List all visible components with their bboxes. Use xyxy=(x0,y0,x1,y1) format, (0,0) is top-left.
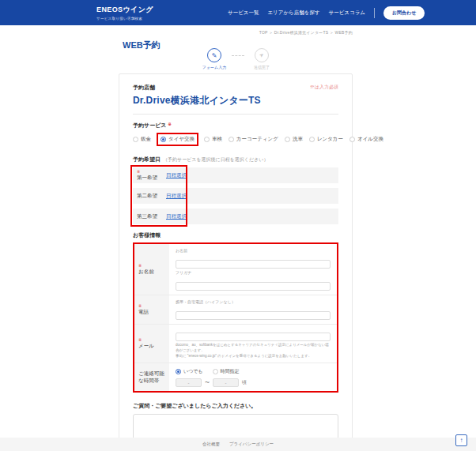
service-section-label: 予約サービス※ xyxy=(133,122,338,130)
name-fields: お名前 フリガナ xyxy=(169,244,337,295)
dates-section-label: 予約希望日（予約サービスを選択後に日程を選択ください） xyxy=(133,156,338,163)
radio-icon xyxy=(204,137,210,142)
contact-button[interactable]: お問合わせ xyxy=(383,6,425,20)
date-rows: ※第一希望 日程選択 第二希望 日程選択 第三希望 日程選択 xyxy=(133,167,338,224)
time-from-select[interactable]: - xyxy=(176,378,202,387)
required-mark: ※ xyxy=(138,338,165,342)
step-connector xyxy=(232,55,244,70)
mail-note-line2: 事前に "eneos-wing.co.jp" のドメインを受信できるように設定を… xyxy=(176,354,331,359)
row-label-phone: ※電話 xyxy=(134,295,169,324)
dates-note: （予約サービスを選択後に日程を選択ください） xyxy=(163,157,268,162)
radio-icon xyxy=(229,137,234,142)
name-input[interactable] xyxy=(176,260,331,269)
header: ENEOSウイング サービス取り扱い店舗検索 サービス一覧 エリアから店舗を探す… xyxy=(0,0,476,25)
divider xyxy=(133,114,338,115)
service-option-car-wash[interactable]: 洗車 xyxy=(285,136,303,143)
service-radio-group: 鈑金 タイヤ交換 車検 カーコーティング 洗車 レンタカー オイル交換 xyxy=(133,134,338,145)
store-label: 予約店舗 xyxy=(133,84,155,92)
reservation-form-card: 予約店舗 ※は入力必須 Dr.Drive横浜港北インターTS 予約サービス※ 鈑… xyxy=(119,73,353,451)
customer-section-label: お客様情報 xyxy=(133,231,338,239)
date-row-third-choice: 第三希望 日程選択 xyxy=(133,209,338,224)
customer-row-contact-time: ご連絡可能な時間帯 いつでも 時間指定 - 〜 - 頃 xyxy=(134,363,337,391)
step-form-input: ✎ フォーム入力 xyxy=(197,48,232,70)
service-option-shaken[interactable]: 車検 xyxy=(204,136,222,143)
time-range-separator: 〜 xyxy=(205,379,210,386)
date-row-label: ※第一希望 xyxy=(137,170,162,182)
customer-row-phone: ※電話 携帯・自宅電話（ハイフンなし） xyxy=(134,295,337,325)
service-option-oil-change[interactable]: オイル交換 xyxy=(349,136,383,143)
name-field-label: お名前 xyxy=(176,248,331,253)
breadcrumb[interactable]: TOP ＞ Dr.Drive横浜港北インターTS ＞ WEB予約 xyxy=(119,30,353,35)
service-option-rental-car[interactable]: レンタカー xyxy=(309,136,343,143)
date-select-link[interactable]: 日程選択 xyxy=(166,193,187,200)
contact-time-fields: いつでも 時間指定 - 〜 - 頃 xyxy=(169,363,337,391)
logo[interactable]: ENEOSウイング サービス取り扱い店舗検索 xyxy=(96,5,153,21)
time-to-select[interactable]: - xyxy=(213,378,239,387)
time-range: - 〜 - 頃 xyxy=(176,378,331,387)
row-label-contact-time: ご連絡可能な時間帯 xyxy=(134,363,169,391)
up-arrow-icon: ↑ xyxy=(460,437,463,444)
date-select-link[interactable]: 日程選択 xyxy=(166,172,187,179)
required-mark: ※ xyxy=(168,122,172,126)
radio-checked-icon xyxy=(176,369,181,374)
contact-time-radio-group: いつでも 時間指定 xyxy=(176,368,331,375)
send-icon: ➤ xyxy=(255,48,269,62)
time-option-anytime-selected[interactable]: いつでも xyxy=(176,368,203,375)
phone-input[interactable] xyxy=(176,311,331,320)
nav-divider xyxy=(374,8,375,18)
radio-icon xyxy=(213,369,218,374)
annotation-box-customer-table: ※お名前 お名前 フリガナ ※電話 携帯・自宅電話（ハイフンなし） ※メール d… xyxy=(133,242,338,393)
pencil-icon: ✎ xyxy=(207,48,221,62)
radio-icon xyxy=(349,137,355,142)
radio-icon xyxy=(309,137,315,142)
logo-subtitle: サービス取り扱い店舗検索 xyxy=(96,17,153,21)
customer-row-name: ※お名前 お名前 フリガナ xyxy=(134,244,337,295)
card-head: 予約店舗 ※は入力必須 xyxy=(133,84,338,92)
phone-fields: 携帯・自宅電話（ハイフンなし） xyxy=(169,295,337,324)
service-option-coating[interactable]: カーコーティング xyxy=(229,136,278,143)
row-label-mail: ※メール xyxy=(134,325,169,363)
required-note: ※は入力必須 xyxy=(310,84,338,91)
radio-icon xyxy=(133,137,138,142)
question-section-label: ご質問・ご要望ございましたらご入力ください。 xyxy=(133,402,338,410)
furigana-field-label: フリガナ xyxy=(176,270,331,275)
store-name: Dr.Drive横浜港北インターTS xyxy=(133,94,338,107)
service-option-banking[interactable]: 鈑金 xyxy=(133,136,151,143)
date-select-link[interactable]: 日程選択 xyxy=(166,213,187,220)
nav-item-service-column[interactable]: サービスコラム xyxy=(329,9,365,17)
date-row-label: 第二希望 xyxy=(137,193,162,200)
row-label-name: ※お名前 xyxy=(134,244,169,295)
date-row-label: 第三希望 xyxy=(137,213,162,220)
back-to-top-button[interactable]: ↑ xyxy=(455,434,467,446)
customer-row-mail: ※メール docomo、au、softbankをはじめとするキャリアのセキュリテ… xyxy=(134,325,337,363)
nav-item-area-search[interactable]: エリアから店舗を探す xyxy=(267,9,319,17)
time-option-specify[interactable]: 時間指定 xyxy=(213,368,240,375)
footer-link-company[interactable]: 会社概要 xyxy=(202,442,220,447)
radio-icon xyxy=(285,137,290,142)
required-mark: ※ xyxy=(138,304,165,308)
mail-input[interactable] xyxy=(176,333,331,341)
step-label: フォーム入力 xyxy=(202,65,226,70)
radio-checked-icon xyxy=(161,137,166,142)
footer-link-privacy[interactable]: プライバシーポリシー xyxy=(229,442,274,447)
date-row-second-choice: 第二希望 日程選択 xyxy=(133,188,338,204)
required-mark: ※ xyxy=(137,170,162,174)
step-send-complete: ➤ 送信完了 xyxy=(244,48,279,70)
footer: 会社概要 プライバシーポリシー xyxy=(0,438,476,451)
required-mark: ※ xyxy=(138,264,165,268)
furigana-input[interactable] xyxy=(176,282,331,291)
logo-title: ENEOSウイング xyxy=(96,5,153,15)
mail-fields: docomo、au、softbankをはじめとするキャリアのセキュリティ設定によ… xyxy=(169,325,337,363)
header-nav: サービス一覧 エリアから店舗を探す サービスコラム お問合わせ xyxy=(228,0,425,25)
time-suffix: 頃 xyxy=(242,379,247,386)
step-label: 送信完了 xyxy=(254,65,270,70)
mail-note-line1: docomo、au、softbankをはじめとするキャリアのセキュリティ設定によ… xyxy=(176,343,331,354)
date-row-first-choice: ※第一希望 日程選択 xyxy=(133,167,338,183)
service-option-tire-change-selected[interactable]: タイヤ交換 xyxy=(157,133,198,146)
phone-field-label: 携帯・自宅電話（ハイフンなし） xyxy=(176,299,331,304)
nav-item-service-list[interactable]: サービス一覧 xyxy=(228,9,259,17)
stepper: ✎ フォーム入力 ➤ 送信完了 xyxy=(0,48,476,70)
mail-note: docomo、au、softbankをはじめとするキャリアのセキュリティ設定によ… xyxy=(176,343,331,359)
